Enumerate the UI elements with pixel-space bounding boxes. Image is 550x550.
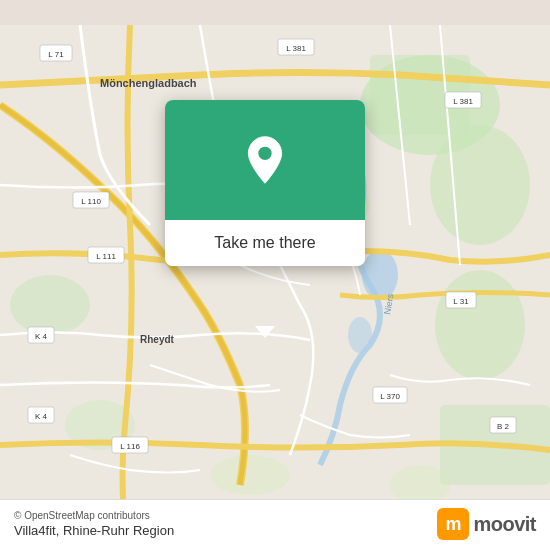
- svg-text:K 4: K 4: [35, 412, 48, 421]
- popup-card: Take me there: [165, 100, 365, 266]
- svg-point-12: [362, 250, 398, 300]
- moovit-icon: m: [437, 508, 469, 540]
- svg-text:L 31: L 31: [453, 297, 469, 306]
- svg-point-13: [348, 317, 372, 353]
- popup-header: [165, 100, 365, 220]
- svg-text:L 116: L 116: [120, 442, 140, 451]
- moovit-logo: m moovit: [437, 508, 536, 540]
- popup-tail: [255, 326, 275, 338]
- svg-text:L 71: L 71: [48, 50, 64, 59]
- svg-point-5: [435, 270, 525, 380]
- svg-text:L 381: L 381: [453, 97, 473, 106]
- svg-text:K 4: K 4: [35, 332, 48, 341]
- bottom-bar: © OpenStreetMap contributors Villa4fit, …: [0, 499, 550, 550]
- bottom-left: © OpenStreetMap contributors Villa4fit, …: [14, 510, 174, 538]
- attribution: © OpenStreetMap contributors: [14, 510, 174, 521]
- location-label: Villa4fit, Rhine-Ruhr Region: [14, 523, 174, 538]
- svg-text:Mönchengladbach: Mönchengladbach: [100, 77, 197, 89]
- svg-text:L 110: L 110: [81, 197, 101, 206]
- moovit-wordmark: moovit: [473, 513, 536, 536]
- location-pin-icon: [240, 135, 290, 185]
- svg-text:L 381: L 381: [286, 44, 306, 53]
- svg-point-40: [258, 147, 271, 160]
- svg-text:Rheydt: Rheydt: [140, 334, 175, 345]
- svg-text:L 111: L 111: [96, 252, 116, 261]
- svg-point-4: [10, 275, 90, 335]
- svg-text:L 370: L 370: [380, 392, 400, 401]
- svg-point-10: [210, 455, 290, 495]
- svg-text:B 2: B 2: [497, 422, 510, 431]
- map-container: L 71 L 381 L 381 L 110 L 111 L 31 K 4 K …: [0, 0, 550, 550]
- take-me-there-button[interactable]: Take me there: [165, 220, 365, 266]
- svg-point-2: [430, 125, 530, 245]
- map-background: L 71 L 381 L 381 L 110 L 111 L 31 K 4 K …: [0, 0, 550, 550]
